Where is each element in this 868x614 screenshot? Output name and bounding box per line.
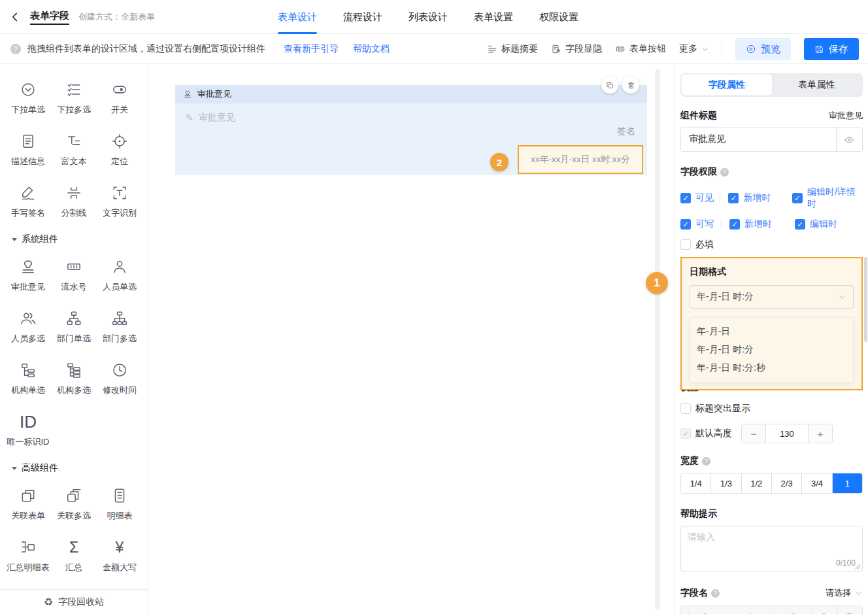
location-icon: [111, 131, 128, 151]
section-advanced-components[interactable]: 高级组件: [0, 448, 148, 474]
component-title-input[interactable]: [681, 128, 836, 151]
width-option-two-thirds[interactable]: 2/3: [772, 473, 802, 493]
palette-item-org-single[interactable]: 机构单选: [5, 360, 51, 396]
switch-icon: [111, 80, 128, 99]
palette-item-description-info[interactable]: 描述信息: [5, 131, 51, 167]
stepper-plus-button[interactable]: +: [809, 424, 832, 443]
palette-item-switch[interactable]: 开关: [97, 80, 142, 116]
canvas-scrollbar[interactable]: [655, 69, 660, 609]
palette-item-serial-number[interactable]: 流水号: [51, 257, 97, 293]
palette-item-rich-text[interactable]: 富文本: [51, 131, 97, 167]
palette-item-modified-time[interactable]: 修改时间: [97, 360, 142, 396]
rich-text-icon: [65, 131, 82, 151]
palette-item-unique-id[interactable]: ID 唯一标识ID: [5, 412, 51, 448]
checkbox-highlight-title[interactable]: 标题突出显示: [680, 403, 750, 415]
help-tip-textarea[interactable]: [681, 526, 862, 571]
recycle-label: 字段回收站: [58, 596, 104, 608]
checkbox-default-height[interactable]: ✓默认高度: [680, 428, 732, 439]
resize-handle-icon[interactable]: [855, 564, 861, 570]
palette-item-member-single[interactable]: 人员单选: [97, 257, 142, 293]
help-badge-icon: ?: [702, 457, 710, 466]
field-name-edit-button[interactable]: ✎: [812, 606, 837, 614]
date-option-ymd[interactable]: 年-月-日: [690, 322, 853, 341]
panel-scrollbar-thumb[interactable]: [864, 257, 867, 342]
delete-widget-button[interactable]: [622, 77, 639, 94]
palette-item-org-multi[interactable]: 机构多选: [51, 360, 97, 396]
tab-form-properties[interactable]: 表单属性: [772, 75, 862, 95]
field-name-copy-button[interactable]: [837, 606, 862, 614]
width-option-third[interactable]: 1/3: [711, 473, 741, 493]
stepper-minus-button[interactable]: −: [742, 424, 765, 443]
palette-item-member-multi[interactable]: 人员多选: [5, 309, 51, 345]
tab-permission-settings[interactable]: 权限设置: [539, 0, 578, 34]
checkbox-visible-edit-detail[interactable]: ✓编辑时/详情时: [792, 186, 863, 210]
form-canvas: 审批意见 ✎ 审批意见 签名 xx年-xx月-xx日 xx时:xx分 2: [148, 64, 675, 614]
title-summary-button[interactable]: 标题摘要: [487, 43, 538, 55]
tab-flow-design[interactable]: 流程设计: [343, 0, 382, 34]
palette-item-dept-single[interactable]: 部门单选: [51, 309, 97, 345]
tab-list-design[interactable]: 列表设计: [409, 0, 448, 34]
palette-item-amount-in-words[interactable]: ¥ 金额大写: [97, 537, 142, 573]
date-option-ymd-hms[interactable]: 年-月-日 时:分:秒: [690, 359, 853, 377]
palette-item-linked-multi[interactable]: 关联多选: [51, 486, 97, 522]
palette-item-dropdown-single[interactable]: 下拉单选: [5, 80, 51, 116]
section-system-components[interactable]: 系统组件: [0, 219, 148, 245]
width-option-half[interactable]: 1/2: [742, 473, 772, 493]
palette-item-detail-table[interactable]: 明细表: [97, 486, 142, 522]
tab-field-properties[interactable]: 字段属性: [682, 75, 772, 95]
play-circle-icon: [746, 44, 756, 54]
permission-row-required: 必填: [680, 239, 863, 250]
checkbox-checked-icon: ✓: [792, 193, 803, 203]
preview-button[interactable]: 预览: [735, 38, 791, 60]
serial-number-icon: [65, 257, 82, 277]
docs-link[interactable]: 帮助文档: [353, 43, 390, 55]
palette-item-summary-detail-table[interactable]: 汇总明细表: [5, 537, 51, 573]
checkbox-writable-edit[interactable]: ✓编辑时: [795, 218, 837, 230]
palette-item-linked-form[interactable]: 关联表单: [5, 486, 51, 522]
checkbox-writable-new[interactable]: ✓新增时: [729, 218, 795, 230]
stepper-value[interactable]: 130: [765, 424, 809, 443]
palette-item-approval-comment[interactable]: 审批意见: [5, 257, 51, 293]
checkbox-unchecked-icon: [680, 403, 691, 414]
palette-item-divider-line[interactable]: 分割线: [51, 183, 97, 219]
checkbox-required[interactable]: 必填: [680, 239, 714, 250]
collapse-triangle-icon: [12, 238, 17, 241]
date-format-value: 年-月-日 时:分: [697, 291, 754, 303]
form-buttons-button[interactable]: 表单按钮: [615, 43, 666, 55]
date-format-select[interactable]: 年-月-日 时:分: [690, 285, 854, 309]
palette-item-location[interactable]: 定位: [97, 131, 142, 167]
checkbox-unchecked-icon: [680, 239, 691, 250]
save-button[interactable]: 保存: [804, 38, 859, 60]
more-menu-button[interactable]: 更多: [679, 43, 709, 55]
palette-item-dropdown-multi[interactable]: 下拉多选: [51, 80, 97, 116]
field-visibility-button[interactable]: 字段显隐: [551, 43, 602, 55]
chevron-down-icon: [854, 589, 863, 598]
width-option-full[interactable]: 1: [833, 473, 862, 493]
component-title-current: 审批意见: [829, 110, 863, 122]
divider-line-icon: [65, 183, 82, 203]
tab-form-settings[interactable]: 表单设置: [474, 0, 513, 34]
checkbox-visible-new[interactable]: ✓新增时: [728, 192, 792, 204]
approval-comment-widget[interactable]: 审批意见 ✎ 审批意见 签名 xx年-xx月-xx日 xx时:xx分 2: [175, 85, 647, 175]
checkbox-visible[interactable]: ✓可见: [680, 192, 720, 204]
field-name-select[interactable]: 请选择: [826, 587, 863, 599]
checkbox-writable[interactable]: ✓可写: [680, 218, 721, 230]
date-option-ymd-hm[interactable]: 年-月-日 时:分: [690, 341, 853, 359]
tab-form-design[interactable]: 表单设计: [278, 0, 317, 34]
collapse-triangle-icon: [12, 467, 17, 470]
palette-item-text-ocr[interactable]: 文字识别: [97, 183, 142, 219]
guide-link[interactable]: 查看新手引导: [284, 43, 339, 55]
title-visibility-toggle[interactable]: [836, 128, 862, 151]
main-tabs: 表单设计 流程设计 列表设计 表单设置 权限设置: [278, 0, 578, 34]
back-button[interactable]: [9, 11, 21, 23]
palette-item-summary[interactable]: Σ 汇总: [51, 537, 97, 573]
field-name-input[interactable]: [681, 606, 812, 614]
palette-item-handwritten-signature[interactable]: 手写签名: [5, 183, 51, 219]
signature-date-field[interactable]: xx年-xx月-xx日 xx时:xx分: [518, 145, 643, 174]
page-title[interactable]: 表单字段: [30, 10, 69, 25]
width-option-three-quarters[interactable]: 3/4: [802, 473, 832, 493]
palette-item-dept-multi[interactable]: 部门多选: [97, 309, 142, 345]
duplicate-widget-button[interactable]: [601, 77, 618, 94]
width-option-quarter[interactable]: 1/4: [681, 473, 711, 493]
field-recycle-bin[interactable]: ♻ 字段回收站: [0, 589, 148, 614]
